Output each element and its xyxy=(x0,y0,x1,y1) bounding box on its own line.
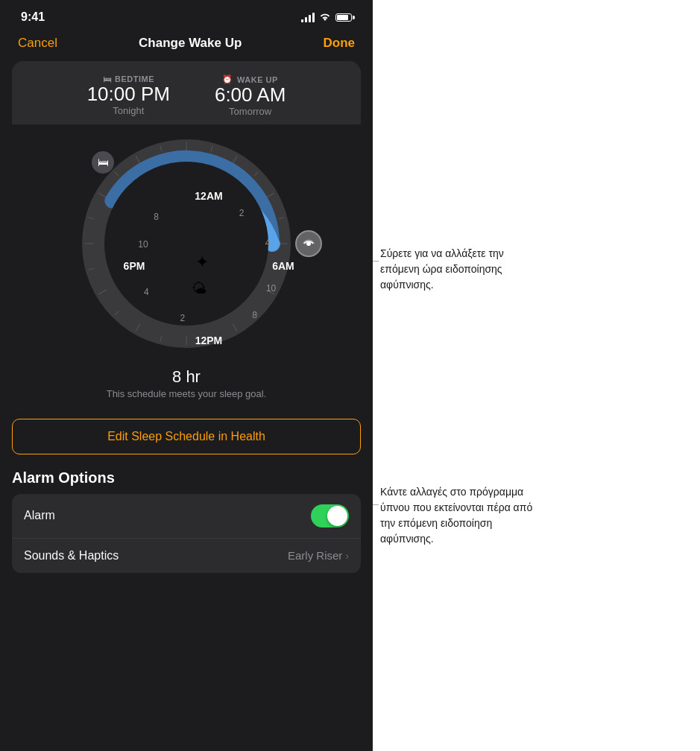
svg-line-2 xyxy=(233,156,237,163)
wakeup-sub: Tomorrow xyxy=(215,106,286,117)
wifi-icon xyxy=(319,13,331,22)
callout-line-bottom xyxy=(373,504,379,505)
sleep-duration: 8 hr This schedule meets your sleep goal… xyxy=(12,360,361,410)
label-4b: 4 xyxy=(144,287,149,297)
svg-line-22 xyxy=(136,156,140,163)
sounds-haptics-row[interactable]: Sounds & Haptics Early Riser › xyxy=(12,539,361,573)
chevron-right-icon: › xyxy=(345,550,349,562)
toggle-knob xyxy=(327,506,347,526)
annotation-wake-handle: Σύρετε για να αλλάξετε την επόμενη ώρα ε… xyxy=(380,246,537,293)
star-icon: ✦ xyxy=(195,253,209,272)
battery-icon xyxy=(335,13,352,22)
clock-labels: 12AM 6AM 12PM 6PM 2 4 8 10 2 4 8 10 ✦ xyxy=(127,184,291,348)
label-4a: 4 xyxy=(265,238,271,248)
clock-inner-circle: 12AM 6AM 12PM 6PM 2 4 8 10 2 4 8 10 ✦ xyxy=(104,162,268,326)
svg-line-21 xyxy=(115,171,119,176)
status-bar: 9:41 xyxy=(0,0,373,30)
svg-line-16 xyxy=(98,290,106,294)
nav-bar: Cancel Change Wake Up Done xyxy=(0,30,373,61)
status-time: 9:41 xyxy=(21,10,45,24)
svg-line-19 xyxy=(89,217,95,218)
bedtime-sub: Tonight xyxy=(87,105,170,116)
bedtime-value[interactable]: 10:00 PM xyxy=(87,83,170,105)
annotation-edit-sleep: Κάντε αλλαγές στο πρόγραμμα ύπνου που εκ… xyxy=(380,484,537,547)
sleep-clock[interactable]: 12AM 6AM 12PM 6PM 2 4 8 10 2 4 8 10 ✦ xyxy=(12,124,361,360)
phone-screen: 9:41 Cancel Change Wake Up Done xyxy=(0,0,373,751)
label-2a: 2 xyxy=(239,208,245,218)
vibration-icon xyxy=(303,238,315,250)
label-2b: 2 xyxy=(180,313,185,323)
annotation-wake-text: Σύρετε για να αλλάξετε την επόμενη ώρα ε… xyxy=(380,246,537,293)
label-10a: 10 xyxy=(138,239,148,250)
alarm-section: Alarm Options Alarm Sounds & Haptics Ear… xyxy=(12,463,361,573)
callout-line-top xyxy=(373,261,379,262)
alarm-label: Alarm xyxy=(24,509,55,522)
sounds-selected-value: Early Riser xyxy=(288,549,342,562)
wakeup-value[interactable]: 6:00 AM xyxy=(215,84,286,106)
sounds-label: Sounds & Haptics xyxy=(24,549,119,563)
label-10b: 10 xyxy=(266,283,276,294)
sounds-value: Early Riser › xyxy=(288,549,349,562)
label-12am: 12AM xyxy=(195,190,222,202)
label-8a: 8 xyxy=(154,212,159,222)
cancel-button[interactable]: Cancel xyxy=(18,36,57,51)
svg-line-23 xyxy=(160,145,162,151)
wakeup-handle[interactable] xyxy=(295,230,322,257)
signal-icon xyxy=(301,13,315,22)
sleep-card: 🛏 BEDTIME 10:00 PM Tonight ⏰ WAKE UP 6:0… xyxy=(12,61,361,410)
label-6am: 6AM xyxy=(272,260,294,272)
edit-sleep-button[interactable]: Edit Sleep Schedule in Health xyxy=(12,419,361,454)
label-12pm: 12PM xyxy=(195,335,223,346)
label-8b: 8 xyxy=(252,310,257,320)
duration-goal: This schedule meets your sleep goal. xyxy=(30,388,343,399)
annotations-area: Σύρετε για να αλλάξετε την επόμενη ώρα ε… xyxy=(373,0,700,751)
label-6pm: 6PM xyxy=(124,260,145,272)
status-icons xyxy=(301,13,352,22)
time-header: 🛏 BEDTIME 10:00 PM Tonight ⏰ WAKE UP 6:0… xyxy=(12,61,361,124)
bedtime-column: 🛏 BEDTIME 10:00 PM Tonight xyxy=(87,75,170,117)
page-title: Change Wake Up xyxy=(139,36,242,51)
svg-line-17 xyxy=(89,268,95,270)
annotation-edit-text: Κάντε αλλαγές στο πρόγραμμα ύπνου που εκ… xyxy=(380,484,537,547)
alarm-row: Alarm xyxy=(12,494,361,539)
svg-line-3 xyxy=(254,171,259,176)
alarm-toggle[interactable] xyxy=(311,504,349,527)
svg-line-1 xyxy=(211,145,212,151)
bedtime-handle[interactable]: 🛏 xyxy=(92,151,114,174)
clock-wrapper: 12AM 6AM 12PM 6PM 2 4 8 10 2 4 8 10 ✦ xyxy=(82,139,291,348)
sun-icon: 🌤 xyxy=(192,280,206,297)
svg-line-15 xyxy=(115,311,119,315)
svg-line-20 xyxy=(98,193,106,197)
alarm-section-title: Alarm Options xyxy=(12,463,361,494)
duration-value: 8 hr xyxy=(30,367,343,387)
done-button[interactable]: Done xyxy=(324,36,356,51)
wakeup-column: ⏰ WAKE UP 6:00 AM Tomorrow xyxy=(215,75,286,117)
